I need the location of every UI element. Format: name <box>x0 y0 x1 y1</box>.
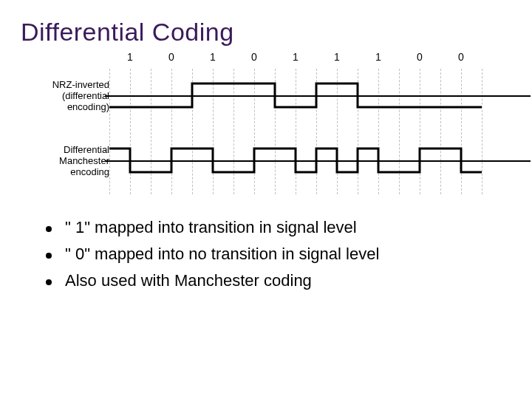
label-diff-manchester: DifferentialManchesterencoding <box>21 144 109 177</box>
bit-5: 1 <box>316 51 358 63</box>
waveform-area <box>109 69 508 194</box>
bullet-text: " 1" mapped into transition in signal le… <box>65 218 357 237</box>
wave-nrz-inverted <box>109 69 482 122</box>
coding-diagram: 101011100 NRZ-inverted(differentialencod… <box>21 51 508 199</box>
bullet-2: Also used with Manchester coding <box>46 271 511 290</box>
wave-diff-manchester <box>109 134 482 187</box>
bit-3: 0 <box>233 51 275 63</box>
bullet-dot-icon <box>46 279 52 285</box>
bullet-dot-icon <box>46 253 52 259</box>
slide-title: Differential Coding <box>21 18 511 47</box>
bit-7: 0 <box>399 51 440 63</box>
bullet-dot-icon <box>46 226 52 232</box>
bit-8: 0 <box>440 51 482 63</box>
bit-1: 0 <box>151 51 192 63</box>
label-nrz-inverted: NRZ-inverted(differentialencoding) <box>21 79 109 112</box>
bullet-text: Also used with Manchester coding <box>65 271 312 290</box>
bullet-0: " 1" mapped into transition in signal le… <box>46 218 511 237</box>
gridline <box>482 69 482 194</box>
bit-2: 1 <box>192 51 233 63</box>
bit-0: 1 <box>109 51 151 63</box>
bullet-1: " 0" mapped into no transition in signal… <box>46 245 511 264</box>
bit-4: 1 <box>275 51 316 63</box>
bullet-text: " 0" mapped into no transition in signal… <box>65 245 379 264</box>
bit-6: 1 <box>358 51 399 63</box>
bullet-list: " 1" mapped into transition in signal le… <box>21 218 511 290</box>
